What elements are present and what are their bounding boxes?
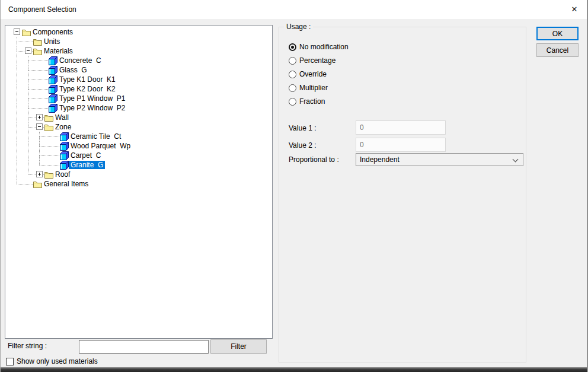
material-cube-icon — [60, 142, 69, 151]
radio-icon[interactable] — [289, 71, 296, 78]
material-cube-icon — [49, 56, 57, 65]
close-icon[interactable]: ✕ — [561, 0, 588, 19]
material-cube-icon — [49, 94, 57, 103]
tree-item-ceramic-tile[interactable]: Ceramic Tile Ct — [5, 132, 272, 141]
tree-item-granite[interactable]: Granite G — [5, 160, 272, 170]
tree-connector-line — [39, 146, 59, 147]
value2-label: Value 2 : — [289, 138, 316, 152]
radio-icon[interactable] — [289, 98, 296, 106]
collapse-icon[interactable] — [36, 123, 43, 130]
tree-item-components[interactable]: Components — [5, 27, 272, 37]
tree-item-concerete[interactable]: Concerete C — [5, 56, 272, 65]
component-tree[interactable]: ComponentsUnitsMaterialsConcerete CGlass… — [5, 25, 273, 339]
cancel-button[interactable]: Cancel — [536, 43, 579, 57]
material-cube-icon — [49, 75, 57, 84]
tree-item-label: Ceramic Tile Ct — [69, 132, 123, 141]
tree-guide-line — [28, 151, 28, 160]
usage-groupbox: Usage : No modificationPercentageOverrid… — [279, 27, 526, 363]
value1-label: Value 1 : — [289, 121, 316, 135]
folder-icon — [44, 123, 53, 132]
tree-guide-line — [28, 160, 28, 170]
radio-icon[interactable] — [289, 84, 296, 92]
tree-item-glass[interactable]: Glass G — [5, 65, 272, 75]
folder-icon — [44, 170, 53, 179]
radio-label: No modification — [299, 43, 349, 51]
tree-guide-line — [17, 56, 17, 65]
tree-item-type-k1-door[interactable]: Type K1 Door K1 — [5, 75, 272, 84]
proportional-value: Independent — [360, 155, 400, 164]
title-bar: Component Selection ✕ — [0, 0, 588, 19]
filter-button[interactable]: Filter — [210, 339, 267, 354]
tree-item-zone[interactable]: Zone — [5, 122, 272, 132]
folder-icon — [22, 28, 31, 37]
tree-connector-line — [17, 184, 33, 185]
filter-string-label: Filter string : — [8, 339, 47, 353]
tree-item-label: Type P1 Window P1 — [57, 94, 127, 103]
tree-connector-line — [39, 165, 59, 166]
tree-item-roof[interactable]: Roof — [5, 170, 272, 179]
usage-legend: Usage : — [284, 23, 313, 31]
tree-item-label: Glass G — [57, 66, 89, 74]
tree-guide-line — [17, 84, 17, 94]
material-cube-icon — [49, 104, 57, 113]
collapse-icon[interactable] — [14, 28, 20, 35]
tree-connector-line — [28, 70, 48, 71]
tree-connector-line — [28, 98, 48, 99]
tree-item-materials[interactable]: Materials — [5, 46, 272, 56]
tree-connector-line — [28, 80, 48, 80]
tree-item-wall[interactable]: Wall — [5, 113, 272, 122]
tree-guide-line — [17, 122, 17, 132]
value2-input — [356, 138, 446, 152]
radio-label: Percentage — [299, 56, 335, 65]
material-cube-icon — [60, 151, 69, 160]
expand-icon[interactable] — [36, 114, 43, 120]
material-cube-icon — [49, 85, 57, 94]
radio-option-percentage[interactable]: Percentage — [289, 56, 335, 65]
tree-item-label: Units — [42, 37, 62, 46]
proportional-select[interactable]: Independent — [356, 153, 523, 166]
ok-button[interactable]: OK — [536, 27, 579, 40]
tree-guide-line — [28, 132, 28, 141]
dialog-title: Component Selection — [8, 0, 76, 19]
tree-item-label: Concerete C — [57, 56, 103, 65]
tree-connector-line — [17, 42, 33, 42]
tree-item-type-k2-door[interactable]: Type K2 Door K2 — [5, 84, 272, 94]
chevron-down-icon — [513, 157, 519, 163]
tree-item-type-p2-window[interactable]: Type P2 Window P2 — [5, 103, 272, 113]
radio-option-no-modification[interactable]: No modification — [289, 43, 349, 51]
tree-item-type-p1-window[interactable]: Type P1 Window P1 — [5, 94, 272, 103]
folder-icon — [33, 37, 42, 46]
tree-item-units[interactable]: Units — [5, 37, 272, 46]
tree-item-label: General Items — [42, 180, 90, 188]
tree-item-label: Materials — [42, 47, 75, 55]
tree-connector-line — [39, 155, 59, 156]
tree-guide-line — [17, 113, 17, 122]
radio-icon[interactable] — [289, 57, 296, 65]
tree-item-label: Wall — [53, 113, 71, 122]
tree-guide-line — [17, 141, 17, 151]
tree-item-label: Type K2 Door K2 — [57, 85, 117, 93]
tree-connector-line — [28, 170, 28, 174]
show-only-used-materials-checkbox[interactable] — [6, 358, 14, 365]
radio-option-multiplier[interactable]: Multiplier — [289, 84, 328, 92]
tree-connector-line — [39, 136, 59, 137]
radio-icon[interactable] — [289, 43, 296, 51]
expand-icon[interactable] — [36, 171, 43, 177]
radio-option-fraction[interactable]: Fraction — [289, 97, 325, 106]
value1-input — [356, 120, 446, 135]
folder-icon — [33, 180, 42, 189]
tree-guide-line — [17, 103, 17, 113]
tree-item-label: Type K1 Door K1 — [57, 75, 117, 84]
tree-guide-line — [28, 141, 28, 151]
tree-item-carpet[interactable]: Carpet C — [5, 151, 272, 160]
radio-label: Fraction — [299, 97, 325, 106]
show-only-used-materials-label: Show only used materials — [17, 356, 98, 367]
tree-item-wood-parquet[interactable]: Wood Parquet Wp — [5, 141, 272, 151]
tree-guide-line — [17, 151, 17, 160]
collapse-icon[interactable] — [25, 47, 31, 54]
radio-option-override[interactable]: Override — [289, 70, 327, 78]
filter-string-input[interactable] — [79, 340, 209, 354]
radio-label: Override — [299, 70, 327, 78]
tree-item-label: Roof — [53, 170, 72, 179]
tree-item-general-items[interactable]: General Items — [5, 179, 272, 189]
